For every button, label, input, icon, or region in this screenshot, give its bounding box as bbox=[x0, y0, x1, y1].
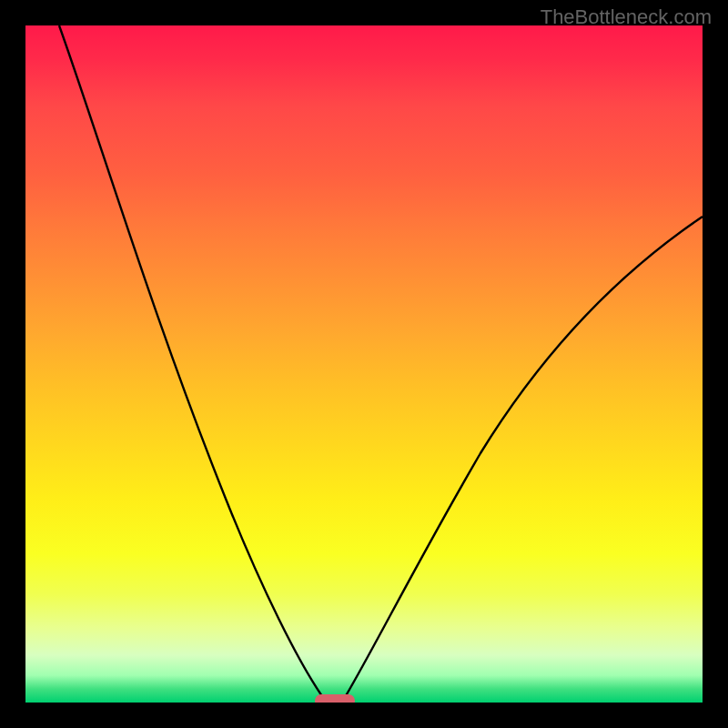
watermark-text: TheBottleneck.com bbox=[541, 5, 712, 29]
plot-area bbox=[25, 25, 703, 703]
bottleneck-marker bbox=[315, 694, 355, 703]
left-curve bbox=[59, 25, 324, 699]
curve-layer bbox=[25, 25, 703, 703]
right-curve bbox=[344, 217, 703, 699]
